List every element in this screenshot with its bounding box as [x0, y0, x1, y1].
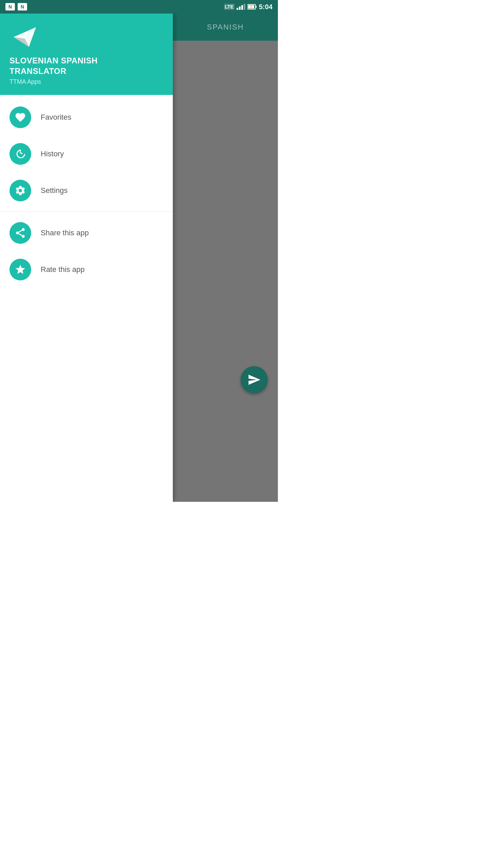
signal-icon — [237, 4, 245, 10]
settings-label: Settings — [41, 186, 68, 195]
status-bar-right: LTE ⚡ 5:04 — [224, 3, 272, 11]
main-layout: SLOVENIAN SPANISH TRANSLATOR TTMA Apps F… — [0, 14, 278, 502]
heart-icon — [15, 112, 26, 123]
svg-text:N: N — [21, 4, 24, 9]
menu-item-share[interactable]: Share this app — [0, 215, 173, 251]
svg-rect-5 — [256, 6, 257, 8]
share-label: Share this app — [41, 229, 89, 237]
svg-point-11 — [22, 228, 25, 231]
notification-icons: N N — [5, 3, 27, 11]
right-panel: SPANISH — [173, 14, 278, 502]
svg-point-13 — [22, 235, 25, 238]
lte-indicator: LTE — [224, 4, 235, 10]
history-icon-circle — [9, 143, 31, 165]
menu-item-history[interactable]: History — [0, 136, 173, 172]
history-label: History — [41, 150, 64, 158]
app-title: SLOVENIAN SPANISH TRANSLATOR — [9, 55, 163, 76]
app-subtitle: TTMA Apps — [9, 78, 163, 85]
share-icon — [15, 227, 26, 239]
app-logo — [9, 24, 40, 50]
send-icon — [247, 373, 261, 387]
app-info: SLOVENIAN SPANISH TRANSLATOR TTMA Apps — [9, 55, 163, 85]
notification-icon-1: N — [5, 3, 15, 11]
clock-icon — [15, 148, 26, 160]
drawer-header: SLOVENIAN SPANISH TRANSLATOR TTMA Apps — [0, 14, 173, 95]
status-bar: N N LTE ⚡ 5:04 — [0, 0, 278, 14]
favorites-label: Favorites — [41, 113, 71, 122]
favorites-icon-circle — [9, 106, 31, 128]
gear-icon — [15, 185, 26, 196]
translate-button[interactable] — [241, 366, 268, 393]
svg-text:⚡: ⚡ — [249, 5, 253, 9]
share-icon-circle — [9, 222, 31, 244]
rate-label: Rate this app — [41, 265, 85, 274]
menu-item-rate[interactable]: Rate this app — [0, 251, 173, 288]
navigation-drawer: SLOVENIAN SPANISH TRANSLATOR TTMA Apps F… — [0, 14, 173, 502]
right-panel-header: SPANISH — [173, 14, 278, 41]
menu-divider — [0, 212, 173, 212]
menu-item-settings[interactable]: Settings — [0, 172, 173, 209]
clock-time: 5:04 — [259, 3, 272, 11]
language-label: SPANISH — [207, 23, 244, 32]
svg-line-15 — [19, 230, 22, 232]
right-panel-content — [173, 41, 278, 502]
menu-item-favorites[interactable]: Favorites — [0, 99, 173, 136]
battery-icon: ⚡ — [247, 4, 257, 10]
settings-icon-circle — [9, 180, 31, 201]
star-icon — [15, 264, 26, 275]
svg-point-12 — [16, 232, 19, 235]
notification-icon-2: N — [18, 3, 27, 11]
svg-line-14 — [19, 234, 22, 236]
svg-text:N: N — [8, 4, 12, 9]
menu-items: Favorites History Set — [0, 95, 173, 292]
rate-icon-circle — [9, 259, 31, 280]
